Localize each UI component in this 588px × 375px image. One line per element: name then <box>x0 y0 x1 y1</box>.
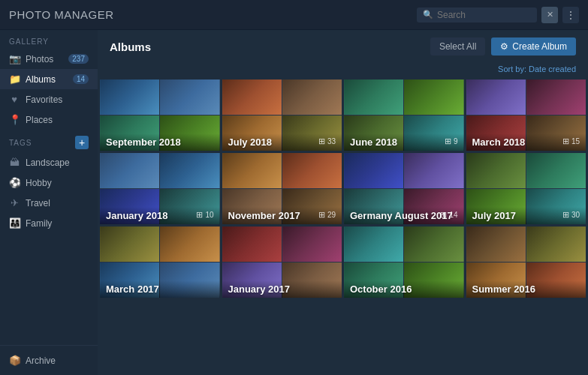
album-cell-sep2018[interactable]: September 2018 <box>100 80 220 151</box>
sidebar-item-albums-label: Albums <box>26 74 56 85</box>
sidebar-item-archive-label: Archive <box>26 356 56 366</box>
album-label-jan2017: January 2017 <box>222 280 342 298</box>
search-icon: 🔍 <box>423 10 433 20</box>
album-label-oct2016: October 2016 <box>344 280 464 298</box>
sidebar-item-places[interactable]: 📍 Places <box>0 110 98 130</box>
album-count-jan2018: 10 <box>196 210 213 220</box>
sidebar-item-family[interactable]: 👨‍👩‍👧 Family <box>0 213 98 233</box>
album-count-jul2018: 33 <box>318 136 336 146</box>
sidebar-item-archive[interactable]: 📦 Archive <box>9 352 89 369</box>
album-cell-jul2017[interactable]: July 201730 <box>466 153 586 224</box>
sidebar: Gallery 📷 Photos 237 📁 Albums 14 ♥ Favor… <box>0 30 98 375</box>
album-grid: September 2018July 201833June 20189March… <box>98 80 588 300</box>
sidebar-item-albums[interactable]: 📁 Albums 14 <box>0 69 98 89</box>
app-title-main: PHOTO <box>9 8 51 21</box>
album-cell-jan2017[interactable]: January 2017 <box>222 226 342 298</box>
search-box[interactable]: 🔍 <box>417 8 537 22</box>
sidebar-item-landscape-label: Landscape <box>26 158 70 168</box>
album-label-mar2017: March 2017 <box>100 280 220 298</box>
album-cell-oct2016[interactable]: October 2016 <box>344 226 464 298</box>
sidebar-item-favorites-label: Favorites <box>26 94 62 105</box>
create-album-icon: ⚙ <box>500 41 508 52</box>
add-tag-icon: + <box>79 137 85 148</box>
sidebar-item-travel[interactable]: ✈ Travel <box>0 193 98 213</box>
album-label-sep2018: September 2018 <box>100 134 220 151</box>
close-icon: ✕ <box>547 10 553 20</box>
hobby-icon: ⚽ <box>9 177 20 188</box>
sidebar-footer: 📦 Archive <box>0 345 98 375</box>
album-count-mar2018: 15 <box>562 136 580 146</box>
sort-by-label: Sort by: <box>498 64 526 74</box>
sidebar-item-travel-label: Travel <box>26 198 50 208</box>
sort-by-value[interactable]: Date created <box>529 64 576 74</box>
album-count-nov2017: 29 <box>318 210 336 220</box>
topbar: PHOTO MANAGER 🔍 ✕ ⋮ <box>0 0 588 30</box>
albums-icon: 📁 <box>9 74 20 85</box>
album-cell-germaug2017[interactable]: Germany August 201714 <box>344 153 464 224</box>
main-layout: Gallery 📷 Photos 237 📁 Albums 14 ♥ Favor… <box>0 30 588 375</box>
albums-badge: 14 <box>73 74 89 84</box>
places-icon: 📍 <box>9 114 20 125</box>
gallery-section-label: Gallery <box>0 30 98 49</box>
page-title: Albums <box>110 40 430 53</box>
sidebar-item-photos[interactable]: 📷 Photos 237 <box>0 49 98 69</box>
album-cell-jun2018[interactable]: June 20189 <box>344 80 464 151</box>
topbar-close-button[interactable]: ✕ <box>541 7 558 23</box>
album-cell-jul2018[interactable]: July 201833 <box>222 80 342 151</box>
add-tag-button[interactable]: + <box>75 136 89 149</box>
sidebar-item-favorites[interactable]: ♥ Favorites <box>0 89 98 110</box>
content-header: Albums Select All ⚙ Create Album <box>98 30 588 63</box>
sidebar-item-hobby-label: Hobby <box>26 178 52 188</box>
sort-bar: Sort by: Date created <box>98 63 588 80</box>
favorites-icon: ♥ <box>9 94 20 105</box>
album-cell-mar2018[interactable]: March 201815 <box>466 80 586 151</box>
family-icon: 👨‍👩‍👧 <box>9 218 20 229</box>
tags-header: Tags + <box>0 130 98 152</box>
search-input[interactable] <box>437 10 531 20</box>
sidebar-item-landscape[interactable]: 🏔 Landscape <box>0 152 98 172</box>
app-title-sub: MANAGER <box>54 8 113 21</box>
album-count-jun2018: 9 <box>445 136 458 146</box>
photos-icon: 📷 <box>9 53 20 64</box>
topbar-menu-button[interactable]: ⋮ <box>562 7 579 23</box>
photos-badge: 237 <box>68 54 89 64</box>
landscape-icon: 🏔 <box>9 157 20 168</box>
album-cell-mar2017[interactable]: March 2017 <box>100 226 220 298</box>
select-all-button[interactable]: Select All <box>430 38 485 56</box>
content-area: Albums Select All ⚙ Create Album Sort by… <box>98 30 588 375</box>
create-album-label: Create Album <box>512 41 567 52</box>
album-cell-jan2018[interactable]: January 201810 <box>100 153 220 224</box>
header-actions: Select All ⚙ Create Album <box>430 38 576 56</box>
album-label-sum2016: Summer 2016 <box>466 280 586 298</box>
archive-icon: 📦 <box>9 355 20 366</box>
tags-section-label: Tags <box>9 139 75 147</box>
sidebar-item-hobby[interactable]: ⚽ Hobby <box>0 172 98 193</box>
create-album-button[interactable]: ⚙ Create Album <box>491 38 576 56</box>
album-cell-sum2016[interactable]: Summer 2016 <box>466 226 586 298</box>
sidebar-item-places-label: Places <box>26 115 53 125</box>
album-count-jul2017: 30 <box>562 210 580 220</box>
travel-icon: ✈ <box>9 197 20 208</box>
sidebar-item-photos-label: Photos <box>26 54 53 64</box>
app-title: PHOTO MANAGER <box>9 8 114 21</box>
topbar-right: 🔍 ✕ ⋮ <box>417 7 579 23</box>
dots-icon: ⋮ <box>565 9 576 21</box>
album-count-germaug2017: 14 <box>440 210 457 220</box>
album-cell-nov2017[interactable]: November 201729 <box>222 153 342 224</box>
sidebar-item-family-label: Family <box>26 218 52 229</box>
